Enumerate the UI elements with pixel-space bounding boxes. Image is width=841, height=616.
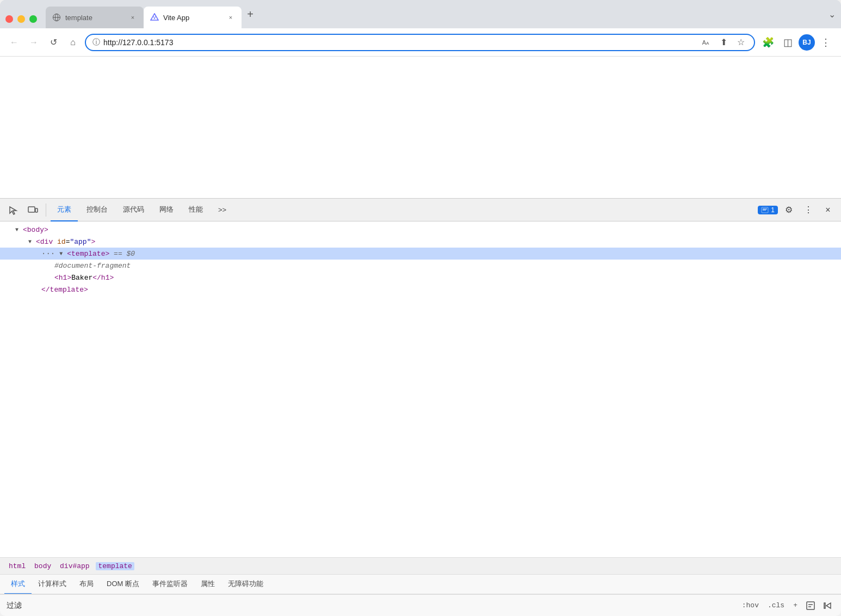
dom-template-line[interactable]: ··· ▼ <template> == $0 [0, 248, 841, 260]
address-input[interactable] [103, 38, 696, 47]
dom-tree: ▼ <body> ▼ <div id="app"> ··· ▼ <templat… [0, 221, 841, 557]
console-count: 1 [771, 206, 775, 214]
browser-window: template × V Vite App × + ⌄ ← → ↺ ⌂ ⓘ [0, 0, 841, 616]
traffic-lights [5, 15, 46, 28]
svg-rect-16 [824, 603, 825, 608]
close-button[interactable] [5, 15, 13, 23]
extensions-button[interactable]: 🧩 [759, 34, 777, 51]
svg-text:V: V [153, 16, 156, 20]
reload-button[interactable]: ↺ [46, 35, 61, 50]
dom-div-app-line[interactable]: ▼ <div id="app"> [0, 236, 841, 248]
svg-rect-8 [35, 208, 38, 212]
devtools-panel: 元素 控制台 源代码 网络 性能 >> 1 ⚙ ⋮ × [0, 198, 841, 616]
share-icon[interactable]: ⬆ [717, 36, 730, 49]
lower-tab-styles[interactable]: 样式 [4, 575, 32, 594]
profile-avatar[interactable]: BJ [799, 34, 815, 51]
tab-template[interactable]: template × [46, 7, 144, 28]
svg-rect-7 [28, 207, 35, 212]
tab-vite-label: Vite App [163, 14, 222, 22]
svg-text:A: A [706, 40, 709, 45]
svg-rect-12 [807, 602, 814, 609]
devtools-tab-performance[interactable]: 性能 [182, 199, 209, 221]
toolbar-icons: 🧩 ◫ BJ ⋮ [759, 34, 834, 51]
dots-indicator: ··· [41, 249, 55, 258]
dom-document-fragment-line[interactable]: #document-fragment [0, 260, 841, 272]
breadcrumb-template[interactable]: template [96, 562, 134, 570]
address-action-icons: A A ⬆ ☆ [700, 36, 747, 49]
tab-vite-close[interactable]: × [226, 13, 235, 22]
filter-arrow-icon[interactable] [821, 599, 834, 612]
tab-bar: template × V Vite App × + ⌄ [0, 0, 841, 28]
cls-button[interactable]: .cls [765, 600, 787, 611]
elements-panel: ▼ <body> ▼ <div id="app"> ··· ▼ <templat… [0, 221, 841, 616]
tab-template-close[interactable]: × [128, 13, 137, 22]
tab-vite[interactable]: V Vite App × [144, 7, 242, 28]
breadcrumb-html[interactable]: html [7, 562, 28, 570]
tab-template-label: template [65, 14, 124, 22]
devtools-toolbar: 元素 控制台 源代码 网络 性能 >> 1 ⚙ ⋮ × [0, 199, 841, 221]
svg-marker-15 [826, 603, 831, 608]
more-options-button[interactable]: ⋮ [817, 34, 834, 51]
toolbar-separator [46, 204, 46, 217]
back-button[interactable]: ← [7, 35, 22, 50]
forward-button[interactable]: → [26, 35, 41, 50]
dom-template-close-line[interactable]: </template> [0, 284, 841, 295]
document-fragment-text: #document-fragment [54, 262, 131, 270]
devtools-close-button[interactable]: × [819, 201, 837, 219]
breadcrumb-body[interactable]: body [32, 562, 53, 570]
expand-template-arrow[interactable]: ▼ [59, 251, 66, 257]
address-bar-wrapper: ⓘ A A ⬆ ☆ [85, 34, 755, 51]
console-badge[interactable]: 1 [758, 206, 778, 214]
maximize-button[interactable] [29, 15, 37, 23]
address-bar-row: ← → ↺ ⌂ ⓘ A A ⬆ ☆ 🧩 ◫ BJ ⋮ [0, 28, 841, 57]
minimize-button[interactable] [17, 15, 25, 23]
lower-tab-computed[interactable]: 计算样式 [32, 575, 73, 594]
page-content [0, 57, 841, 198]
filter-bar: 过滤 :hov .cls + [0, 594, 841, 616]
new-tab-button[interactable]: + [242, 5, 259, 23]
devtools-tab-elements[interactable]: 元素 [51, 199, 78, 221]
breadcrumb-bar: html body div#app template [0, 557, 841, 575]
devtools-tab-more[interactable]: >> [212, 199, 233, 221]
lower-tab-layout[interactable]: 布局 [73, 575, 100, 594]
home-button[interactable]: ⌂ [65, 35, 81, 50]
lower-tab-properties[interactable]: 属性 [194, 575, 221, 594]
devtools-tab-sources[interactable]: 源代码 [116, 199, 151, 221]
add-style-button[interactable]: + [791, 600, 800, 611]
expand-body-arrow[interactable]: ▼ [15, 227, 22, 233]
tab-list-chevron[interactable]: ⌄ [828, 9, 836, 20]
devtools-tab-network[interactable]: 网络 [153, 199, 180, 221]
expand-divapp-arrow[interactable]: ▼ [28, 239, 35, 245]
devtools-settings-button[interactable]: ⚙ [780, 201, 797, 219]
breadcrumb-divapp[interactable]: div#app [58, 562, 92, 570]
devtools-tab-console[interactable]: 控制台 [80, 199, 114, 221]
filter-box-icon[interactable] [804, 599, 817, 612]
translate-icon[interactable]: A A [700, 36, 713, 49]
sidebar-button[interactable]: ◫ [779, 34, 796, 51]
bookmark-icon[interactable]: ☆ [734, 36, 747, 49]
filter-actions: :hov .cls + [740, 599, 834, 612]
info-icon: ⓘ [92, 38, 100, 47]
devtools-more-button[interactable]: ⋮ [800, 201, 817, 219]
lower-tab-accessibility[interactable]: 无障碍功能 [221, 575, 270, 594]
globe-icon [52, 13, 61, 22]
filter-label: 过滤 [7, 601, 22, 611]
select-element-button[interactable] [4, 201, 22, 219]
devtools-right-icons: 1 ⚙ ⋮ × [758, 201, 837, 219]
hov-button[interactable]: :hov [740, 600, 761, 611]
dom-body-line[interactable]: ▼ <body> [0, 224, 841, 236]
dom-h1-line[interactable]: <h1>Baker</h1> [0, 272, 841, 284]
lower-panel-tabs: 样式 计算样式 布局 DOM 断点 事件监听器 属性 无障碍功能 [0, 575, 841, 594]
device-toolbar-button[interactable] [24, 201, 41, 219]
lower-tab-dom-breakpoints[interactable]: DOM 断点 [100, 575, 146, 594]
lower-tab-event-listeners[interactable]: 事件监听器 [146, 575, 194, 594]
vite-icon: V [150, 13, 159, 22]
